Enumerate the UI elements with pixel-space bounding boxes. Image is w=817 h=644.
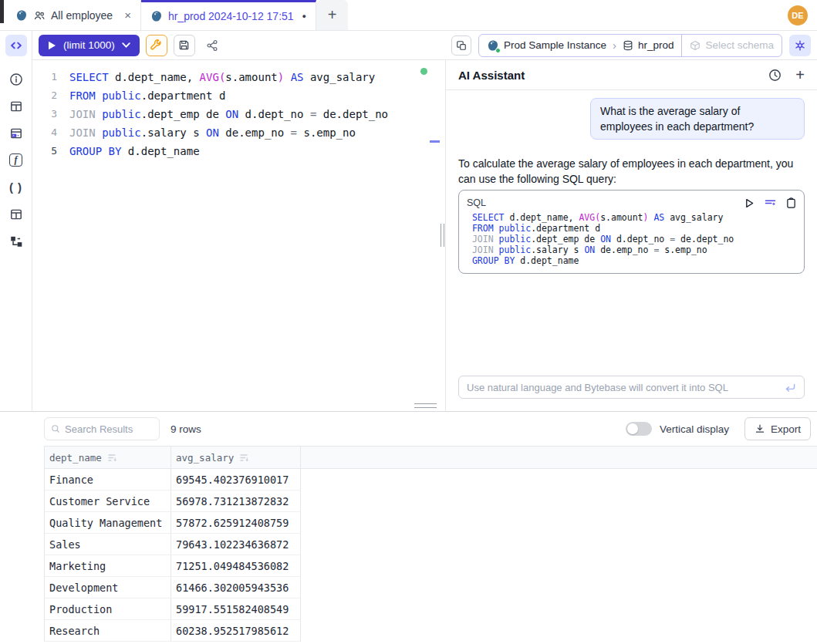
cell-dept-name: Quality Management xyxy=(45,512,171,534)
sql-line: 3JOIN public.dept_emp de ON d.dept_no = … xyxy=(32,105,440,123)
sidebar-item-external-tables[interactable] xyxy=(2,201,29,228)
line-number: 4 xyxy=(32,123,69,142)
sidebar-item-data[interactable] xyxy=(2,120,29,147)
row-filler xyxy=(301,577,817,598)
row-filler xyxy=(301,491,817,512)
postgres-icon xyxy=(487,39,499,52)
schema-selector[interactable]: Select schema xyxy=(681,35,782,56)
ai-sql-line: SELECT d.dept_name, AVG(s.amount) AS avg… xyxy=(467,212,796,223)
insert-into-editor-button[interactable] xyxy=(765,198,776,208)
history-clock-icon[interactable] xyxy=(768,69,782,82)
search-results-input[interactable] xyxy=(65,423,153,435)
window-corner-strip xyxy=(0,0,4,23)
play-icon xyxy=(48,41,56,50)
vertical-splitter[interactable] xyxy=(440,60,445,411)
schema-diagram-icon xyxy=(9,234,23,248)
table-row[interactable]: Sales79643.102234636872 xyxy=(45,534,817,555)
line-code: SELECT d.dept_name, AVG(s.amount) AS avg… xyxy=(69,68,375,86)
new-tab-button[interactable]: + xyxy=(316,0,348,30)
sidebar-item-schema-diagram[interactable] xyxy=(2,228,29,255)
cell-avg-salary: 79643.102234636872 xyxy=(171,534,301,555)
parentheses-icon: ( ) xyxy=(9,180,22,194)
sidebar-item-sql-editor[interactable] xyxy=(5,35,27,56)
sql-line: 2FROM public.department d xyxy=(32,86,440,105)
cell-dept-name: Marketing xyxy=(45,555,171,577)
postgres-icon xyxy=(150,10,163,22)
wrench-icon xyxy=(150,39,163,52)
sidebar-item-info[interactable] xyxy=(2,66,29,93)
ai-assistant-panel: AI Assistant + What is the average salar… xyxy=(445,60,817,411)
row-filler xyxy=(301,469,817,491)
cell-dept-name: Production xyxy=(45,598,171,620)
table-row[interactable]: Production59917.551582408549 xyxy=(45,598,817,620)
database-name: hr_prod xyxy=(638,39,674,51)
sidebar-item-functions[interactable]: f xyxy=(2,147,29,174)
column-header-dept-name[interactable]: dept_name xyxy=(45,447,171,468)
sql-line: 4JOIN public.salary s ON de.emp_no = s.e… xyxy=(32,123,440,142)
row-filler xyxy=(301,598,817,620)
ai-prompt-input[interactable] xyxy=(467,382,778,393)
ai-sql-line: FROM public.department d xyxy=(467,223,796,234)
table-row[interactable]: Customer Service56978.731213872832 xyxy=(45,491,817,512)
table-row[interactable]: Quality Management57872.625912408759 xyxy=(45,512,817,534)
ai-chat-area: What is the average salary of employees … xyxy=(446,90,817,411)
save-button[interactable] xyxy=(174,35,195,56)
ai-assistant-button[interactable] xyxy=(789,35,811,56)
tab-label: hr_prod 2024-10-12 17:51 xyxy=(168,10,294,22)
instance-database-selector[interactable]: Prod Sample Instance › hr_prod xyxy=(479,35,681,56)
tab-hr-prod-sheet[interactable]: hr_prod 2024-10-12 17:51 ● xyxy=(141,0,316,30)
table-row[interactable]: Research60238.952517985612 xyxy=(45,620,817,642)
instance-status-dot xyxy=(495,48,501,53)
run-code-button[interactable] xyxy=(744,198,755,208)
column-header-filler xyxy=(301,447,817,468)
sql-editor[interactable]: 1SELECT d.dept_name, AVG(s.amount) AS av… xyxy=(32,60,440,411)
ai-sql-line: JOIN public.dept_emp de ON d.dept_no = d… xyxy=(467,234,796,244)
cell-avg-salary: 56978.731213872832 xyxy=(171,491,301,512)
sidebar-item-procedures[interactable]: ( ) xyxy=(2,174,29,201)
splitter-grip[interactable] xyxy=(441,224,444,247)
return-key-icon[interactable] xyxy=(785,383,796,393)
layout-toggle-button[interactable] xyxy=(451,35,471,56)
horizontal-splitter-grip[interactable] xyxy=(414,403,437,408)
cell-dept-name: Research xyxy=(45,620,171,642)
copy-code-button[interactable] xyxy=(786,197,796,208)
line-code: JOIN public.salary s ON de.emp_no = s.em… xyxy=(69,123,356,142)
play-outline-icon xyxy=(744,198,755,208)
column-header-avg-salary[interactable]: avg_salary xyxy=(171,447,301,468)
code-block-header: SQL xyxy=(467,194,796,212)
cell-dept-name: Customer Service xyxy=(45,491,171,512)
export-button[interactable]: Export xyxy=(744,417,811,440)
toggle-knob xyxy=(627,423,638,434)
sql-line: 1SELECT d.dept_name, AVG(s.amount) AS av… xyxy=(32,68,440,86)
insert-lines-icon xyxy=(765,198,776,208)
panels-icon xyxy=(456,40,467,51)
schema-placeholder: Select schema xyxy=(705,39,774,51)
cell-dept-name: Sales xyxy=(45,534,171,555)
run-query-button[interactable]: (limit 1000) xyxy=(39,35,140,56)
tab-label: All employee xyxy=(51,9,113,22)
ai-assistant-header: AI Assistant + xyxy=(446,60,817,90)
close-icon[interactable]: × xyxy=(124,8,131,22)
connection-selector: Prod Sample Instance › hr_prod Select sc… xyxy=(478,34,782,57)
assistant-code-block: SQL xyxy=(458,190,805,274)
chevron-down-icon xyxy=(122,42,130,48)
share-button[interactable] xyxy=(201,35,223,56)
sql-line: 5GROUP BY d.dept_name xyxy=(32,142,440,160)
code-language-label: SQL xyxy=(467,197,486,208)
save-icon xyxy=(178,39,190,51)
cell-avg-salary: 61466.302005943536 xyxy=(171,577,301,598)
export-button-label: Export xyxy=(771,423,801,435)
connection-ready-dot xyxy=(420,68,427,75)
avatar[interactable]: DE xyxy=(788,5,808,25)
row-filler xyxy=(301,620,817,642)
sidebar-item-tables[interactable] xyxy=(2,93,29,120)
openai-icon xyxy=(794,39,806,52)
table-row[interactable]: Finance69545.402376910017 xyxy=(45,469,817,491)
new-chat-button[interactable]: + xyxy=(795,67,805,83)
tab-all-employee[interactable]: All employee × xyxy=(6,0,141,30)
table-row[interactable]: Marketing71251.049484536082 xyxy=(45,555,817,577)
vertical-display-toggle[interactable] xyxy=(626,422,652,436)
admin-mode-button[interactable] xyxy=(146,35,167,56)
table-row[interactable]: Development61466.302005943536 xyxy=(45,577,817,598)
instance-name: Prod Sample Instance xyxy=(504,39,606,51)
